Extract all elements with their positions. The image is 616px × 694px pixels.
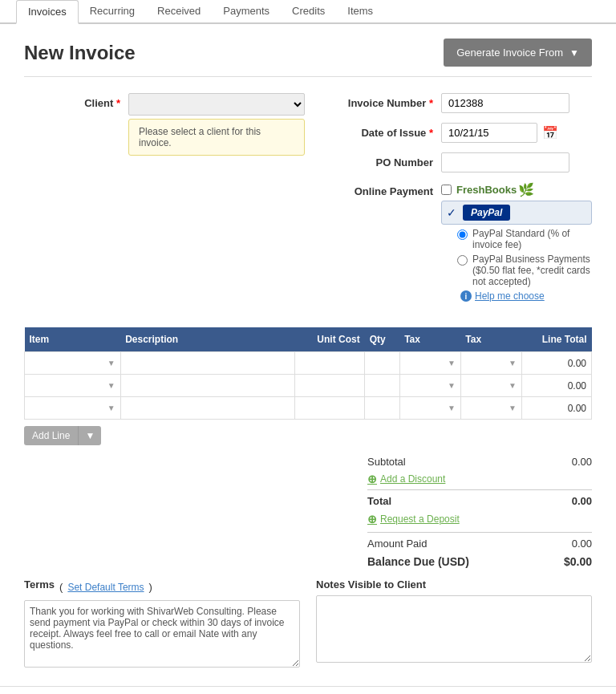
table-row: ▼ ▼ ▼ 0.00 (25, 352, 592, 375)
request-deposit-link[interactable]: ⊕ Request a Deposit (367, 513, 592, 526)
notes-textarea[interactable] (316, 595, 592, 663)
nav-bar: Invoices Recurring Received Payments Cre… (0, 0, 616, 24)
cost-input-0[interactable] (300, 358, 359, 369)
item-dropdown-0[interactable]: ▼ (107, 359, 116, 367)
tax2-dropdown-0[interactable]: ▼ (509, 359, 517, 367)
tax1-dropdown-1[interactable]: ▼ (448, 381, 456, 390)
summary-section: Subtotal 0.00 ⊕ Add a Discount Total 0.0… (24, 453, 592, 570)
cost-input-1[interactable] (300, 380, 359, 392)
desc-cell-1 (120, 375, 295, 397)
terms-textarea[interactable]: Thank you for working with ShivarWeb Con… (24, 600, 300, 668)
footer-area: Save as Draft Save this invoice as a dra… (0, 686, 616, 694)
calendar-icon[interactable]: 📅 (542, 125, 558, 140)
tax1-dropdown-2[interactable]: ▼ (448, 404, 456, 412)
item-dropdown-2[interactable]: ▼ (107, 404, 116, 412)
total-row: Total 0.00 (367, 489, 592, 509)
item-cell-2: ▼ (25, 397, 121, 420)
nav-invoices[interactable]: Invoices (16, 0, 79, 24)
desc-input-1[interactable] (126, 380, 290, 392)
paypal-sub-options: PayPal Standard (% of invoice fee) PayPa… (441, 228, 592, 302)
subtotal-row: Subtotal 0.00 (367, 453, 592, 470)
cost-cell-1 (295, 375, 365, 397)
paypal-standard-radio[interactable] (457, 229, 468, 240)
amount-paid-value: 0.00 (572, 538, 592, 550)
paypal-option[interactable]: ✓ PayPal (441, 201, 592, 225)
nav-items[interactable]: Items (336, 0, 384, 22)
inv-required-star: * (426, 97, 433, 109)
cost-input-2[interactable] (300, 403, 359, 414)
set-default-terms-link[interactable]: Set Default Terms (67, 582, 144, 593)
add-line-dropdown[interactable]: ▼ (78, 426, 101, 445)
paypal-button[interactable]: PayPal (463, 205, 510, 221)
date-group: Date of Issue * 📅 (337, 123, 592, 143)
po-input[interactable] (441, 152, 569, 172)
balance-row: Balance Due (USD) $0.00 (367, 552, 592, 570)
nav-credits[interactable]: Credits (281, 0, 336, 22)
add-discount-link[interactable]: ⊕ Add a Discount (367, 473, 445, 485)
paypal-standard-option: PayPal Standard (% of invoice fee) (457, 228, 592, 250)
required-star: * (113, 97, 120, 109)
freshbooks-option: FreshBooks 🌿 (441, 182, 592, 197)
desc-cell-2 (120, 397, 295, 420)
add-line-button[interactable]: Add Line (24, 426, 78, 445)
item-input-1[interactable] (30, 380, 94, 392)
terms-parens-open: ( (59, 581, 63, 593)
total-value: 0.00 (572, 495, 592, 507)
col-qty: Qty (365, 327, 400, 352)
help-choose-link[interactable]: i Help me choose (457, 290, 592, 302)
qty-input-0[interactable] (370, 358, 395, 369)
desc-input-2[interactable] (126, 403, 290, 414)
paypal-business-label: PayPal Business Payments ($0.50 flat fee… (472, 254, 592, 287)
client-select[interactable] (128, 93, 305, 116)
invoice-number-input[interactable] (441, 93, 569, 113)
col-tax2: Tax (460, 327, 521, 352)
tax2-dropdown-2[interactable]: ▼ (509, 404, 517, 412)
discount-plus-icon: ⊕ (367, 473, 377, 485)
client-label: Client * (24, 93, 128, 109)
qty-cell-1 (365, 375, 400, 397)
date-input[interactable] (441, 123, 537, 143)
desc-input-0[interactable] (126, 358, 290, 369)
paypal-standard-label: PayPal Standard (% of invoice fee) (472, 228, 592, 250)
balance-value: $0.00 (564, 555, 592, 568)
qty-input-1[interactable] (370, 380, 395, 392)
paypal-business-radio[interactable] (457, 255, 468, 266)
dropdown-arrow-icon: ▼ (569, 47, 579, 59)
qty-cell-2 (365, 397, 400, 420)
paypal-check-icon: ✓ (447, 206, 456, 219)
tax1-cell-2: ▼ (399, 397, 460, 420)
client-tooltip: Please select a client for this invoice. (128, 119, 305, 156)
tax1-cell-1: ▼ (399, 375, 460, 397)
table-row: ▼ ▼ ▼ 0.00 (25, 375, 592, 397)
item-dropdown-1[interactable]: ▼ (107, 381, 116, 390)
right-form: Invoice Number * Date of Issue * 📅 PO Nu… (337, 93, 592, 311)
balance-label: Balance Due (USD) (367, 555, 469, 568)
qty-input-2[interactable] (370, 403, 395, 414)
tax1-dropdown-0[interactable]: ▼ (448, 359, 456, 367)
summary-table: Subtotal 0.00 ⊕ Add a Discount Total 0.0… (367, 453, 592, 570)
date-label: Date of Issue * (337, 123, 441, 139)
po-label: PO Number (337, 152, 441, 168)
nav-received[interactable]: Received (146, 0, 212, 22)
invoice-number-label: Invoice Number * (337, 93, 441, 109)
item-input-0[interactable] (30, 358, 94, 369)
left-form: Client * Please select a client for this… (24, 93, 305, 311)
deposit-plus-icon: ⊕ (367, 513, 377, 526)
line-total-cell-0: 0.00 (521, 352, 591, 375)
nav-payments[interactable]: Payments (212, 0, 281, 22)
item-input-2[interactable] (30, 403, 94, 414)
cost-cell-0 (295, 352, 365, 375)
nav-recurring[interactable]: Recurring (79, 0, 146, 22)
item-cell-0: ▼ (25, 352, 121, 375)
col-item: Item (25, 327, 121, 352)
tax2-dropdown-1[interactable]: ▼ (509, 381, 517, 390)
col-tax1: Tax (399, 327, 460, 352)
subtotal-value: 0.00 (572, 456, 592, 468)
amount-paid-row: Amount Paid 0.00 (367, 532, 592, 552)
freshbooks-checkbox[interactable] (441, 185, 452, 195)
tax2-cell-2: ▼ (460, 397, 521, 420)
discount-row: ⊕ Add a Discount (367, 470, 592, 488)
generate-invoice-button[interactable]: Generate Invoice From ▼ (444, 39, 592, 67)
online-payment-label: Online Payment (337, 182, 441, 197)
table-header-row: Item Description Unit Cost Qty Tax Tax L… (25, 327, 592, 352)
